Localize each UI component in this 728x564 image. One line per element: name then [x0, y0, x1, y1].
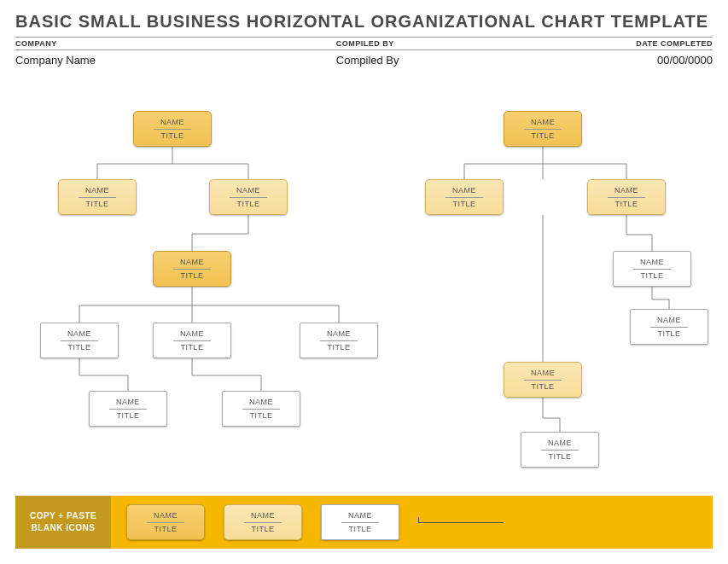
org-node[interactable]: NAMETITLE: [630, 309, 708, 345]
node-name: NAME: [116, 398, 140, 406]
node-divider: [608, 197, 645, 198]
swatch-node-light[interactable]: NAMETITLE: [224, 504, 302, 540]
node-divider: [147, 522, 184, 523]
footer-swatches: NAMETITLE NAMETITLE NAMETITLE: [111, 496, 713, 549]
node-divider: [61, 340, 98, 341]
node-name: NAME: [180, 258, 204, 266]
node-title: TITLE: [67, 343, 90, 352]
node-divider: [650, 327, 688, 328]
node-title: TITLE: [251, 525, 274, 533]
company-value[interactable]: Company Name: [15, 52, 336, 67]
node-divider: [79, 197, 116, 198]
node-title: TITLE: [614, 200, 638, 208]
node-title: TITLE: [657, 329, 680, 338]
node-title: TITLE: [249, 411, 272, 420]
org-node[interactable]: NAMETITLE: [209, 179, 288, 215]
date-completed-value[interactable]: 00/00/0000: [559, 52, 713, 67]
org-node[interactable]: NAMETITLE: [613, 251, 691, 287]
org-node[interactable]: NAMETITLE: [587, 179, 666, 215]
node-name: NAME: [236, 186, 260, 195]
node-name: NAME: [348, 511, 372, 520]
org-chart-canvas: NAMETITLE NAMETITLE NAMETITLE NAMETITLE …: [0, 85, 728, 488]
node-name: NAME: [327, 329, 351, 338]
node-divider: [446, 197, 483, 198]
org-node[interactable]: NAMETITLE: [153, 251, 231, 287]
divider: [15, 49, 713, 50]
node-name: NAME: [160, 118, 184, 126]
org-node[interactable]: NAMETITLE: [40, 323, 119, 358]
node-name: NAME: [452, 186, 476, 195]
node-divider: [154, 129, 191, 130]
node-name: NAME: [657, 316, 681, 324]
node-divider: [320, 340, 358, 341]
node-name: NAME: [180, 329, 204, 338]
node-title: TITLE: [160, 131, 183, 140]
node-title: TITLE: [236, 200, 259, 208]
node-name: NAME: [249, 398, 273, 406]
org-node[interactable]: NAMETITLE: [58, 179, 137, 215]
node-divider: [541, 450, 579, 451]
header-values-row: Company Name Compiled By 00/00/0000: [0, 52, 728, 67]
node-title: TITLE: [548, 452, 571, 461]
org-node[interactable]: NAMETITLE: [504, 111, 582, 147]
company-label: COMPANY: [15, 39, 336, 48]
date-completed-label: DATE COMPLETED: [559, 39, 713, 48]
org-node[interactable]: NAMETITLE: [89, 391, 167, 427]
node-title: TITLE: [348, 525, 371, 533]
swatch-node-dark[interactable]: NAMETITLE: [126, 504, 205, 540]
node-title: TITLE: [531, 131, 554, 140]
page-title: BASIC SMALL BUSINESS HORIZONTAL ORGANIZA…: [0, 0, 728, 37]
node-divider: [633, 269, 671, 270]
footer-label-line1: COPY + PASTE: [30, 510, 96, 522]
footer-label-line2: BLANK ICONS: [32, 522, 96, 534]
node-name: NAME: [531, 369, 555, 377]
connector-lines: [0, 85, 728, 488]
node-title: TITLE: [116, 411, 139, 420]
node-title: TITLE: [154, 525, 177, 533]
node-divider: [109, 409, 147, 410]
compiled-by-label: COMPILED BY: [336, 39, 559, 48]
org-node[interactable]: NAMETITLE: [521, 432, 599, 468]
node-title: TITLE: [452, 200, 475, 208]
node-name: NAME: [67, 329, 91, 338]
node-divider: [244, 522, 282, 523]
node-divider: [242, 409, 280, 410]
node-divider: [173, 340, 211, 341]
node-title: TITLE: [640, 271, 663, 280]
node-title: TITLE: [327, 343, 350, 352]
node-title: TITLE: [531, 382, 554, 391]
org-node[interactable]: NAMETITLE: [504, 362, 582, 398]
compiled-by-value[interactable]: Compiled By: [336, 52, 559, 67]
swatch-connector[interactable]: [418, 522, 504, 523]
node-name: NAME: [251, 511, 275, 520]
node-divider: [230, 197, 267, 198]
org-node[interactable]: NAMETITLE: [300, 323, 378, 358]
node-divider: [524, 129, 562, 130]
org-node[interactable]: NAMETITLE: [133, 111, 212, 147]
node-name: NAME: [531, 118, 555, 126]
org-node[interactable]: NAMETITLE: [153, 323, 231, 358]
org-node[interactable]: NAMETITLE: [425, 179, 504, 215]
node-title: TITLE: [85, 200, 108, 208]
node-name: NAME: [85, 186, 109, 195]
footer-swatch-bar: COPY + PASTE BLANK ICONS NAMETITLE NAMET…: [15, 496, 713, 549]
node-name: NAME: [548, 439, 572, 447]
node-divider: [173, 269, 211, 270]
node-title: TITLE: [180, 343, 203, 352]
swatch-node-white[interactable]: NAMETITLE: [321, 504, 399, 540]
node-name: NAME: [640, 258, 664, 266]
divider: [15, 37, 713, 38]
org-node[interactable]: NAMETITLE: [222, 391, 300, 427]
node-name: NAME: [154, 511, 178, 520]
footer-label: COPY + PASTE BLANK ICONS: [15, 496, 111, 549]
header-labels-row: COMPANY COMPILED BY DATE COMPLETED: [0, 39, 728, 48]
node-divider: [524, 380, 562, 381]
node-name: NAME: [614, 186, 638, 195]
node-divider: [341, 522, 379, 523]
node-title: TITLE: [180, 271, 203, 280]
